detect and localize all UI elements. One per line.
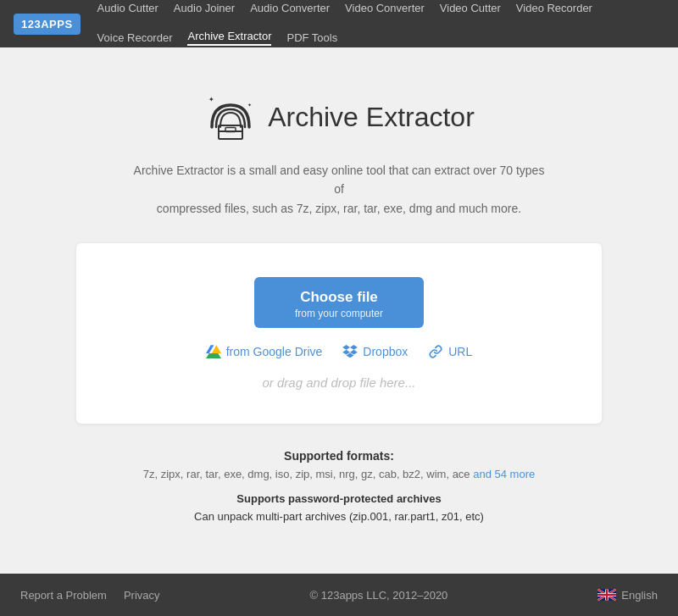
nav-video-converter[interactable]: Video Converter xyxy=(345,2,425,14)
google-drive-label: from Google Drive xyxy=(226,345,323,358)
dropbox-link[interactable]: Dropbox xyxy=(342,345,408,358)
upload-links: from Google Drive Dropbox URL xyxy=(206,345,473,358)
dropbox-label: Dropbox xyxy=(363,345,408,358)
svg-text:✦: ✦ xyxy=(247,103,252,108)
nav-bar: Audio Cutter Audio Joiner Audio Converte… xyxy=(97,2,664,46)
description-line1: Archive Extractor is a small and easy on… xyxy=(134,164,545,196)
url-label: URL xyxy=(448,345,472,358)
google-drive-link[interactable]: from Google Drive xyxy=(206,345,323,358)
logo[interactable]: 123APPS xyxy=(14,14,81,35)
choose-file-label: Choose file xyxy=(300,289,378,306)
nav-video-recorder[interactable]: Video Recorder xyxy=(516,2,592,14)
info-section: Supported formats: 7z, zipx, rar, tar, e… xyxy=(143,449,535,528)
app-description: Archive Extractor is a small and easy on… xyxy=(127,161,551,218)
footer-links: Report a Problem Privacy xyxy=(20,589,160,602)
app-title-row: ✦ ✦ · Archive Extractor xyxy=(203,90,475,144)
page-title: Archive Extractor xyxy=(268,102,475,133)
drag-drop-text: or drag and drop file here... xyxy=(263,375,416,390)
header: 123APPS Audio Cutter Audio Joiner Audio … xyxy=(0,0,678,47)
multipart-feature: Can unpack multi-part archives (zip.001,… xyxy=(143,510,535,523)
nav-audio-joiner[interactable]: Audio Joiner xyxy=(174,2,235,14)
formats-list: 7z, zipx, rar, tar, exe, dmg, iso, zip, … xyxy=(143,468,535,480)
choose-file-button[interactable]: Choose file from your computer xyxy=(254,277,424,328)
flag-icon xyxy=(597,589,616,601)
language-label: English xyxy=(621,589,658,602)
footer: Report a Problem Privacy © 123apps LLC, … xyxy=(0,574,678,616)
nav-audio-converter[interactable]: Audio Converter xyxy=(250,2,330,14)
svg-text:✦: ✦ xyxy=(208,96,214,103)
nav-audio-cutter[interactable]: Audio Cutter xyxy=(97,2,158,14)
upload-box: Choose file from your computer from Goog… xyxy=(76,243,602,424)
dropbox-icon xyxy=(342,345,358,358)
nav-video-cutter[interactable]: Video Cutter xyxy=(440,2,501,14)
description-line2: compressed files, such as 7z, zipx, rar,… xyxy=(157,202,521,215)
svg-rect-5 xyxy=(225,128,236,132)
formats-text: 7z, zipx, rar, tar, exe, dmg, iso, zip, … xyxy=(143,468,470,480)
copyright: © 123apps LLC, 2012–2020 xyxy=(310,589,448,602)
language-selector[interactable]: English xyxy=(597,589,658,602)
nav-archive-extractor[interactable]: Archive Extractor xyxy=(187,30,271,46)
supported-formats-title: Supported formats: xyxy=(143,449,535,463)
choose-file-sublabel: from your computer xyxy=(295,308,383,319)
app-icon: ✦ ✦ · xyxy=(203,90,258,144)
formats-more-link[interactable]: and 54 more xyxy=(473,468,535,480)
url-icon xyxy=(428,345,443,358)
nav-pdf-tools[interactable]: PDF Tools xyxy=(286,31,337,44)
report-problem-link[interactable]: Report a Problem xyxy=(20,589,107,602)
password-feature: Supports password-protected archives xyxy=(143,492,535,505)
url-link[interactable]: URL xyxy=(428,345,472,358)
nav-voice-recorder[interactable]: Voice Recorder xyxy=(97,31,173,44)
privacy-link[interactable]: Privacy xyxy=(124,589,160,602)
main-content: ✦ ✦ · Archive Extractor Archive Extracto… xyxy=(0,47,678,574)
google-drive-icon xyxy=(206,345,221,358)
